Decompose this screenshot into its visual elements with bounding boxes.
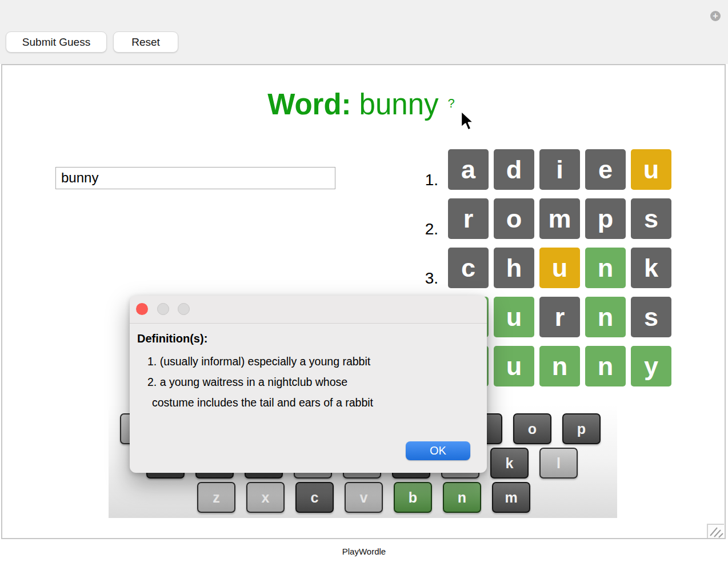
circle-plus-options-icon[interactable]: + <box>710 11 721 21</box>
toolbar: Submit Guess Reset + <box>0 0 728 64</box>
letter-tile-d: d <box>494 149 534 190</box>
key-v[interactable]: v <box>345 482 383 513</box>
letter-tile-n: n <box>539 346 580 386</box>
letter-tile-h: h <box>494 248 534 288</box>
word-value: bunny <box>359 88 439 121</box>
letter-tile-p: p <box>585 198 626 239</box>
close-window-button[interactable] <box>136 303 148 315</box>
letter-tile-y: y <box>631 346 671 386</box>
board-row: 1.adieu <box>415 149 671 190</box>
mouse-cursor-icon <box>459 110 477 133</box>
letter-tile-a: a <box>448 149 489 190</box>
letter-tile-r: r <box>448 198 489 239</box>
letter-tile-o: o <box>494 198 534 239</box>
word-label: Word: <box>267 88 351 121</box>
letter-tile-u: u <box>631 149 671 190</box>
definition-dialog: Definition(s): 1. (usually informal) esp… <box>130 296 487 473</box>
demonstration-caption: PlayWordle <box>0 547 728 556</box>
row-number: 1. <box>415 149 438 190</box>
row-number: 2. <box>415 198 438 239</box>
letter-tile-i: i <box>539 149 580 190</box>
dialog-definitions: 1. (usually informal) especially a young… <box>147 351 487 413</box>
key-b[interactable]: b <box>394 482 432 513</box>
dialog-titlebar[interactable] <box>130 296 487 324</box>
key-n[interactable]: n <box>443 482 481 513</box>
key-m[interactable]: m <box>492 482 530 513</box>
key-l[interactable]: l <box>539 448 578 479</box>
ok-button[interactable]: OK <box>406 441 470 460</box>
key-z[interactable]: z <box>197 482 235 513</box>
definition-line: 1. (usually informal) especially a young… <box>147 351 487 372</box>
submit-guess-button[interactable]: Submit Guess <box>6 31 107 53</box>
letter-tile-u: u <box>494 346 534 386</box>
letter-tile-m: m <box>539 198 580 239</box>
minimize-window-button[interactable] <box>157 303 169 315</box>
letter-tile-c: c <box>448 248 489 288</box>
definition-line: costume includes the tail and ears of a … <box>147 392 487 413</box>
guess-input[interactable] <box>55 167 335 189</box>
letter-tile-s: s <box>631 297 671 337</box>
letter-tile-u: u <box>494 297 534 337</box>
letter-tile-e: e <box>585 149 626 190</box>
key-x[interactable]: x <box>246 482 285 513</box>
reset-button[interactable]: Reset <box>113 31 178 53</box>
board-row: 2.romps <box>415 198 671 239</box>
resize-grip-icon <box>708 525 724 538</box>
letter-tile-k: k <box>631 248 671 288</box>
row-number: 3. <box>415 248 438 288</box>
letter-tile-r: r <box>539 297 580 337</box>
page-title: Word:bunny? <box>0 86 722 129</box>
letter-tile-n: n <box>585 248 626 288</box>
letter-tile-n: n <box>585 346 626 386</box>
key-k[interactable]: k <box>490 448 529 479</box>
letter-tile-n: n <box>585 297 626 337</box>
key-c[interactable]: c <box>295 482 334 513</box>
resize-grip[interactable] <box>707 524 724 538</box>
letter-tile-s: s <box>631 198 671 239</box>
zoom-window-button[interactable] <box>178 303 190 315</box>
definition-line: 2. a young waitress in a nightclub whose <box>147 372 487 392</box>
board-row: 3.chunk <box>415 248 671 288</box>
letter-tile-u: u <box>539 248 580 288</box>
key-o[interactable]: o <box>513 413 551 444</box>
keyboard-row: zxcvbnm <box>197 482 530 513</box>
key-p[interactable]: p <box>562 413 601 444</box>
hint-question-mark[interactable]: ? <box>448 96 455 110</box>
dialog-heading: Definition(s): <box>137 332 487 345</box>
